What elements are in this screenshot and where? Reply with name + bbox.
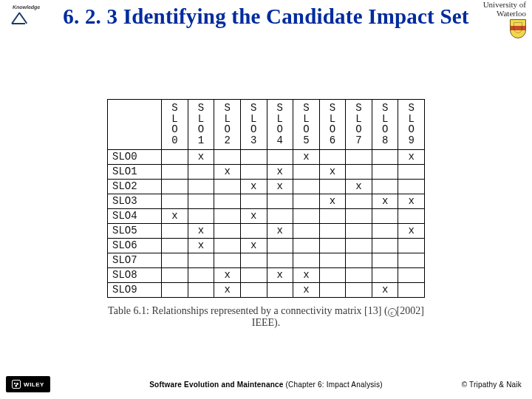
row-header: SLO8 bbox=[108, 267, 162, 282]
col-header: SLO6 bbox=[319, 100, 346, 150]
row-header: SLO2 bbox=[108, 179, 162, 194]
col-header: SLO3 bbox=[240, 100, 267, 150]
matrix-cell bbox=[188, 164, 214, 179]
slide-header: Knowledge 6. 2. 3 Identifying the Candid… bbox=[0, 0, 532, 35]
matrix-cell bbox=[162, 164, 188, 179]
row-header: SLO1 bbox=[108, 164, 162, 179]
matrix-cell: x bbox=[293, 149, 320, 164]
matrix-cell bbox=[398, 238, 425, 253]
matrix-cell bbox=[240, 253, 267, 267]
matrix-cell bbox=[162, 149, 188, 164]
matrix-cell bbox=[319, 149, 346, 164]
row-header: SLO4 bbox=[108, 208, 162, 223]
caption-open: ( bbox=[384, 305, 388, 316]
table-caption: Table 6.1: Relationships represented by … bbox=[107, 305, 425, 329]
matrix-cell bbox=[293, 238, 320, 253]
matrix-cell bbox=[346, 238, 372, 253]
matrix-cell bbox=[162, 282, 188, 297]
matrix-cell bbox=[214, 179, 241, 194]
matrix-cell bbox=[188, 208, 214, 223]
university-name: Waterloo bbox=[497, 9, 526, 18]
matrix-cell bbox=[214, 149, 241, 164]
row-header: SLO0 bbox=[108, 149, 162, 164]
matrix-cell bbox=[214, 238, 241, 253]
matrix-cell bbox=[267, 253, 293, 267]
matrix-cell bbox=[267, 208, 293, 223]
matrix-cell bbox=[346, 208, 372, 223]
matrix-cell: x bbox=[188, 223, 214, 238]
matrix-cell bbox=[188, 267, 214, 282]
matrix-cell: x bbox=[267, 267, 293, 282]
matrix-cell bbox=[267, 238, 293, 253]
table-row: SLO0xxx bbox=[108, 149, 425, 164]
matrix-cell bbox=[398, 267, 425, 282]
matrix-cell bbox=[240, 194, 267, 208]
table-row: SLO1xxx bbox=[108, 164, 425, 179]
matrix-cell bbox=[162, 223, 188, 238]
matrix-cell bbox=[398, 164, 425, 179]
matrix-cell bbox=[267, 282, 293, 297]
matrix-cell bbox=[162, 253, 188, 267]
matrix-cell bbox=[188, 282, 214, 297]
matrix-cell: x bbox=[162, 208, 188, 223]
table-corner bbox=[108, 100, 162, 150]
matrix-cell: x bbox=[398, 223, 425, 238]
matrix-cell bbox=[372, 238, 398, 253]
matrix-cell bbox=[162, 179, 188, 194]
knowledge-logo-label: Knowledge bbox=[12, 4, 40, 10]
table-row: SLO9xxx bbox=[108, 282, 425, 297]
matrix-cell bbox=[188, 194, 214, 208]
triangle-icon bbox=[10, 10, 27, 27]
matrix-cell: x bbox=[372, 194, 398, 208]
matrix-cell bbox=[214, 208, 241, 223]
matrix-cell bbox=[267, 149, 293, 164]
matrix-cell bbox=[293, 194, 320, 208]
matrix-cell bbox=[293, 164, 320, 179]
matrix-cell bbox=[398, 253, 425, 267]
table-row: SLO5xxx bbox=[108, 223, 425, 238]
matrix-cell bbox=[267, 194, 293, 208]
row-header: SLO9 bbox=[108, 282, 162, 297]
matrix-cell bbox=[293, 179, 320, 194]
matrix-cell bbox=[346, 194, 372, 208]
copyright-icon: c bbox=[388, 308, 397, 317]
matrix-cell bbox=[188, 179, 214, 194]
row-header: SLO7 bbox=[108, 253, 162, 267]
col-header: SLO2 bbox=[214, 100, 241, 150]
matrix-cell bbox=[293, 223, 320, 238]
matrix-cell bbox=[319, 282, 346, 297]
table-row: SLO2xxx bbox=[108, 179, 425, 194]
matrix-cell bbox=[240, 223, 267, 238]
matrix-cell: x bbox=[240, 179, 267, 194]
footer-chapter: (Chapter 6: Impact Analysis) bbox=[286, 381, 383, 389]
matrix-cell bbox=[346, 253, 372, 267]
col-header: SLO5 bbox=[293, 100, 320, 150]
table-row: SLO8xxx bbox=[108, 267, 425, 282]
matrix-cell: x bbox=[267, 179, 293, 194]
matrix-cell: x bbox=[293, 282, 320, 297]
matrix-cell bbox=[240, 149, 267, 164]
connectivity-matrix: SLO0SLO1SLO2SLO3SLO4SLO5SLO6SLO7SLO8SLO9… bbox=[107, 99, 425, 298]
footer-book: Software Evolution and Maintenance bbox=[149, 381, 283, 389]
matrix-cell: x bbox=[267, 223, 293, 238]
matrix-cell: x bbox=[240, 238, 267, 253]
matrix-cell bbox=[293, 208, 320, 223]
matrix-cell bbox=[188, 253, 214, 267]
matrix-cell bbox=[372, 253, 398, 267]
col-header: SLO8 bbox=[372, 100, 398, 150]
row-header: SLO3 bbox=[108, 194, 162, 208]
matrix-cell: x bbox=[319, 194, 346, 208]
matrix-cell: x bbox=[240, 208, 267, 223]
matrix-cell bbox=[319, 179, 346, 194]
matrix-cell bbox=[372, 223, 398, 238]
matrix-cell bbox=[372, 267, 398, 282]
matrix-cell bbox=[372, 179, 398, 194]
connectivity-matrix-wrap: SLO0SLO1SLO2SLO3SLO4SLO5SLO6SLO7SLO8SLO9… bbox=[107, 99, 425, 329]
matrix-cell bbox=[240, 164, 267, 179]
matrix-cell bbox=[240, 282, 267, 297]
table-row: SLO6xx bbox=[108, 238, 425, 253]
matrix-cell bbox=[372, 164, 398, 179]
caption-ref: [13] bbox=[364, 305, 381, 316]
matrix-cell bbox=[162, 267, 188, 282]
table-row: SLO3xxx bbox=[108, 194, 425, 208]
